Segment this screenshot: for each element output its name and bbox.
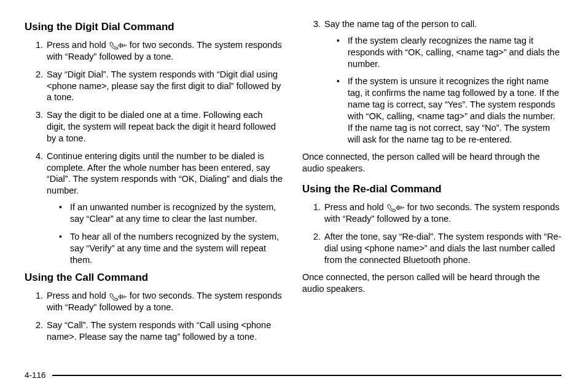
call-steps-continued: Say the name tag of the person to call. …	[302, 18, 561, 145]
right-column: Say the name tag of the person to call. …	[302, 18, 561, 349]
paragraph: Once connected, the person called will b…	[302, 272, 561, 295]
document-page: Using the Digit Dial Command Press and h…	[0, 0, 586, 392]
heading-digit-dial: Using the Digit Dial Command	[25, 21, 284, 33]
page-number: 4-116	[25, 370, 46, 380]
list-item: Say “Digit Dial”. The system responds wi…	[45, 69, 284, 104]
paragraph: Once connected, the person called will b…	[302, 151, 561, 174]
list-item: If the system clearly recognizes the nam…	[337, 35, 561, 70]
list-item: Press and hold for two seconds. The syst…	[323, 202, 561, 225]
list-item: If an unwanted number is recognized by t…	[59, 202, 284, 225]
phone-voice-icon	[109, 292, 127, 301]
list-item: Press and hold for two seconds. The syst…	[45, 39, 284, 63]
list-item: After the tone, say “Re-dial”. The syste…	[323, 231, 561, 266]
heading-call-command: Using the Call Command	[25, 272, 284, 284]
call-steps: Press and hold for two seconds. The syst…	[25, 290, 284, 342]
list-item: Press and hold for two seconds. The syst…	[45, 290, 284, 313]
phone-voice-icon	[109, 41, 127, 50]
call-sublist: If the system clearly recognizes the nam…	[324, 35, 561, 146]
footer-rule	[52, 375, 561, 376]
page-footer: 4-116	[25, 370, 561, 380]
list-item: Say the name tag of the person to call. …	[323, 18, 561, 145]
list-item: Say the digit to be dialed one at a time…	[45, 109, 284, 144]
heading-redial-command: Using the Re-dial Command	[302, 183, 561, 195]
list-item: If the system is unsure it recognizes th…	[337, 76, 561, 145]
digit-dial-steps: Press and hold for two seconds. The syst…	[25, 39, 284, 265]
step-text-pre: Press and hold	[47, 291, 109, 300]
list-item: Continue entering digits until the numbe…	[45, 151, 284, 266]
left-column: Using the Digit Dial Command Press and h…	[25, 18, 284, 349]
step-text-pre: Press and hold	[47, 40, 109, 50]
step-text-pre: Press and hold	[324, 202, 386, 212]
phone-voice-icon	[386, 203, 405, 212]
redial-steps: Press and hold for two seconds. The syst…	[302, 202, 561, 265]
list-item: Say “Call”. The system responds with “Ca…	[45, 319, 284, 343]
step-text: Continue entering digits until the numbe…	[47, 151, 283, 196]
step-text: Say the name tag of the person to call.	[324, 19, 477, 29]
digit-dial-sublist: If an unwanted number is recognized by t…	[47, 202, 284, 265]
two-column-layout: Using the Digit Dial Command Press and h…	[25, 18, 561, 349]
list-item: To hear all of the numbers recognized by…	[59, 231, 284, 266]
